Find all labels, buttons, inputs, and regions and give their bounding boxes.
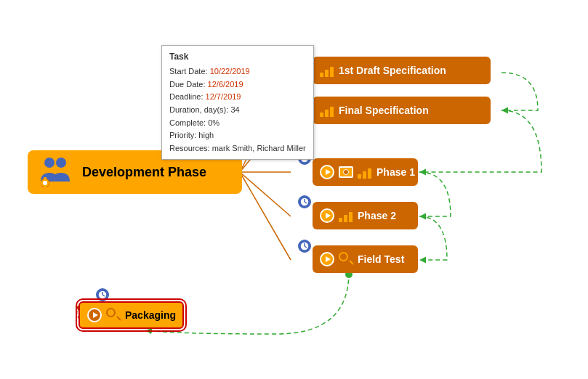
tooltip-resources: Resources: mark Smith, Richard Miller bbox=[169, 142, 306, 155]
svg-rect-29 bbox=[44, 187, 47, 189]
clock-task5 bbox=[297, 238, 313, 254]
play-icon-task3 bbox=[320, 165, 334, 179]
task4-node[interactable]: Phase 2 bbox=[313, 202, 418, 229]
play-icon-packaging bbox=[87, 308, 102, 322]
bar-chart-icon-task1 bbox=[320, 63, 334, 78]
development-phase-icon bbox=[36, 154, 76, 190]
svg-rect-31 bbox=[49, 182, 52, 184]
task6-node[interactable]: Packaging bbox=[78, 301, 184, 329]
bar-chart-icon-task4 bbox=[339, 208, 353, 223]
svg-point-27 bbox=[43, 181, 47, 185]
clock-task4 bbox=[297, 194, 313, 210]
task3-node[interactable]: Phase 1 bbox=[313, 158, 418, 186]
task-tooltip: Task Start Date: 10/22/2019 Due Date: 12… bbox=[161, 45, 314, 160]
camera-icon-task3 bbox=[339, 166, 353, 178]
magnify-icon-packaging bbox=[106, 308, 121, 322]
tooltip-title: Task bbox=[169, 50, 306, 64]
task2-label: Final Specification bbox=[339, 105, 429, 116]
tooltip-priority: Priority: high bbox=[169, 129, 306, 142]
tooltip-deadline: Deadline: 12/7/2019 bbox=[169, 91, 306, 104]
svg-line-3 bbox=[240, 172, 291, 216]
task1-node[interactable]: 1st Draft Specification bbox=[313, 57, 491, 84]
play-icon-task4 bbox=[320, 208, 334, 223]
bar-chart-icon-task3 bbox=[358, 165, 372, 179]
task4-label: Phase 2 bbox=[358, 210, 396, 221]
svg-point-25 bbox=[56, 158, 66, 168]
play-icon-task5 bbox=[320, 252, 334, 266]
svg-rect-28 bbox=[44, 177, 47, 179]
svg-line-4 bbox=[240, 172, 291, 260]
task6-label: Packaging bbox=[125, 309, 176, 321]
clock-packaging bbox=[94, 287, 110, 303]
bar-chart-icon-task2 bbox=[320, 103, 334, 118]
tooltip-due-date: Due Date: 12/6/2019 bbox=[169, 78, 306, 91]
task5-node[interactable]: Field Test bbox=[313, 245, 418, 273]
task1-label: 1st Draft Specification bbox=[339, 65, 446, 76]
magnify-icon-task5 bbox=[339, 252, 353, 266]
svg-rect-30 bbox=[40, 182, 42, 184]
task5-label: Field Test bbox=[358, 253, 404, 265]
tooltip-complete: Complete: 0% bbox=[169, 117, 306, 130]
development-phase-label: Development Phase bbox=[82, 165, 206, 180]
tooltip-start-date: Start Date: 10/22/2019 bbox=[169, 65, 306, 78]
task3-label: Phase 1 bbox=[376, 166, 415, 178]
task2-node[interactable]: Final Specification bbox=[313, 97, 491, 124]
tooltip-duration: Duration, day(s): 34 bbox=[169, 104, 306, 117]
svg-point-24 bbox=[44, 158, 55, 168]
